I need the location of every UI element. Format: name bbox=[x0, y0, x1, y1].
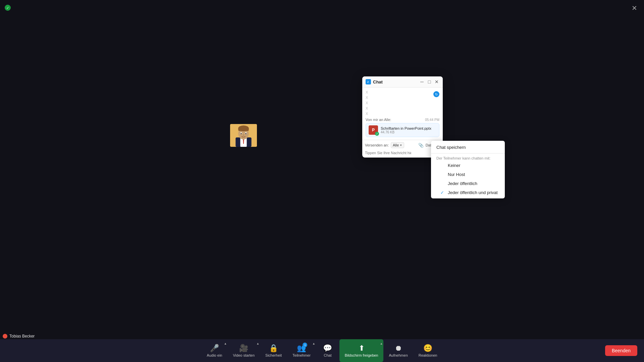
mic-status-icon bbox=[3, 334, 7, 339]
chat-reload-icon[interactable]: ↻ bbox=[433, 91, 439, 97]
chat-send-to-value: Alle bbox=[393, 143, 399, 147]
check-jeder-oeffentlich-privat: ✓ bbox=[440, 190, 445, 195]
option-label-jeder-oeffentlich-privat: Jeder öffentlich und privat bbox=[448, 190, 498, 195]
chat-minimize-button[interactable]: ─ bbox=[419, 79, 425, 84]
svg-text:Z: Z bbox=[367, 81, 369, 83]
chat-window-controls: ─ □ ✕ bbox=[419, 79, 439, 84]
user-label: Tobias Becker bbox=[3, 334, 35, 339]
zoom-chat-icon: Z bbox=[366, 79, 371, 84]
participants-caret[interactable]: ▲ bbox=[312, 342, 315, 345]
svg-point-9 bbox=[240, 133, 242, 134]
toolbar-end-area: Beenden bbox=[605, 339, 637, 362]
close-window-button[interactable]: ✕ bbox=[632, 4, 637, 12]
svg-point-10 bbox=[245, 133, 247, 134]
share-screen-icon: ⬆ bbox=[359, 344, 365, 353]
chat-file-icon[interactable]: 📎 bbox=[418, 143, 424, 148]
chat-send-to-arrow: ▼ bbox=[399, 144, 402, 147]
file-name: Schriftarten in PowerPoint.pptx bbox=[381, 126, 431, 130]
svg-rect-6 bbox=[238, 127, 249, 131]
chat-close-button[interactable]: ✕ bbox=[434, 79, 439, 84]
chat-time: 05:44 PM bbox=[425, 118, 439, 122]
status-icon bbox=[5, 5, 11, 11]
chat-message-input[interactable] bbox=[365, 151, 411, 155]
placeholder-line-3: X bbox=[366, 101, 439, 105]
placeholder-line-1: X bbox=[366, 90, 439, 94]
chat-window: Z Chat ─ □ ✕ X X X X X Von mir an Alle: … bbox=[362, 76, 443, 158]
file-size: 44.76 KB bbox=[381, 130, 431, 134]
toolbar-security[interactable]: 🔒 Sicherheit bbox=[260, 339, 287, 362]
record-icon: ⏺ bbox=[395, 344, 402, 353]
video-background bbox=[0, 0, 644, 362]
chat-maximize-button[interactable]: □ bbox=[427, 79, 432, 84]
svg-point-11 bbox=[243, 134, 244, 136]
audio-icon: 🎤 bbox=[210, 344, 219, 353]
security-icon: 🔒 bbox=[269, 344, 278, 353]
video-icon: 🎥 bbox=[239, 344, 248, 353]
context-save-chat[interactable]: Chat speichern bbox=[431, 142, 505, 153]
context-option-keiner[interactable]: Keiner bbox=[431, 161, 505, 170]
placeholder-line-4: X bbox=[366, 106, 439, 110]
option-label-jeder-oeffentlich: Jeder öffentlich bbox=[448, 181, 477, 186]
end-meeting-button[interactable]: Beenden bbox=[605, 345, 637, 356]
file-attachment[interactable]: P ✓ Schriftarten in PowerPoint.pptx 44.7… bbox=[366, 123, 439, 137]
check-jeder-oeffentlich bbox=[440, 181, 445, 186]
toolbar-video[interactable]: 🎥 Video starten ▲ bbox=[227, 339, 260, 362]
check-nur-host bbox=[440, 172, 445, 177]
toolbar: 🎤 Audio ein ▲ 🎥 Video starten ▲ 🔒 Sicher… bbox=[0, 339, 644, 362]
participants-label: Teilnehmer bbox=[292, 353, 311, 357]
audio-caret[interactable]: ▲ bbox=[224, 342, 227, 345]
chat-footer: Versenden an: Alle ▼ 📎 Datei ... bbox=[362, 140, 443, 158]
context-option-jeder-oeffentlich-privat[interactable]: ✓ Jeder öffentlich und privat bbox=[431, 188, 505, 197]
audio-label: Audio ein bbox=[207, 353, 222, 357]
video-caret[interactable]: ▲ bbox=[256, 342, 259, 345]
chat-context-menu: Chat speichern Der Teilnehmer kann chatt… bbox=[431, 141, 505, 198]
participants-badge: 1 bbox=[303, 343, 307, 347]
chat-body: X X X X X Von mir an Alle: 05:44 PM P ✓ … bbox=[362, 87, 443, 140]
video-label: Video starten bbox=[233, 353, 255, 357]
reactions-icon: 😊 bbox=[423, 344, 432, 353]
toolbar-reactions[interactable]: 😊 Reaktionen bbox=[413, 339, 443, 362]
placeholder-line-5: X bbox=[366, 112, 439, 116]
share-label: Bildschirm freigeben bbox=[345, 353, 378, 357]
user-name: Tobias Becker bbox=[9, 334, 35, 339]
chat-icon: 💬 bbox=[323, 344, 332, 353]
toolbar-audio[interactable]: 🎤 Audio ein ▲ bbox=[202, 339, 228, 362]
share-caret[interactable]: ▲ bbox=[380, 342, 383, 345]
chat-from: Von mir an Alle: bbox=[366, 118, 391, 122]
chat-placeholder-lines: X X X X X bbox=[366, 90, 439, 116]
chat-title: Chat bbox=[373, 79, 383, 84]
chat-send-label: Versenden an: bbox=[365, 143, 389, 147]
toolbar-participants[interactable]: 👥1 Teilnehmer ▲ bbox=[287, 339, 316, 362]
check-keiner bbox=[440, 163, 445, 168]
participants-icon: 👥1 bbox=[297, 344, 306, 353]
option-label-nur-host: Nur Host bbox=[448, 172, 465, 177]
record-label: Aufnehmen bbox=[389, 353, 408, 357]
reactions-label: Reaktionen bbox=[419, 353, 437, 357]
option-label-keiner: Keiner bbox=[448, 163, 461, 168]
chat-label: Chat bbox=[324, 353, 331, 357]
toolbar-chat[interactable]: 💬 Chat bbox=[316, 339, 339, 362]
chat-message-header: Von mir an Alle: 05:44 PM bbox=[366, 118, 439, 122]
chat-title-group: Z Chat bbox=[366, 79, 383, 84]
toolbar-record[interactable]: ⏺ Aufnehmen bbox=[383, 339, 413, 362]
placeholder-line-2: X bbox=[366, 96, 439, 100]
context-option-nur-host[interactable]: Nur Host bbox=[431, 170, 505, 179]
file-info: Schriftarten in PowerPoint.pptx 44.76 KB bbox=[381, 126, 431, 134]
context-option-jeder-oeffentlich[interactable]: Jeder öffentlich bbox=[431, 179, 505, 188]
context-menu-divider bbox=[431, 153, 505, 154]
toolbar-share-screen[interactable]: ⬆ Bildschirm freigeben ▲ bbox=[339, 339, 384, 362]
context-section-label: Der Teilnehmer kann chatten mit: bbox=[431, 154, 505, 161]
file-icon-wrap: P ✓ bbox=[369, 125, 378, 135]
participant-tile bbox=[230, 124, 257, 147]
chat-send-to-selector[interactable]: Alle ▼ bbox=[391, 142, 404, 148]
chat-titlebar: Z Chat ─ □ ✕ bbox=[362, 76, 443, 87]
chat-send-row: Versenden an: Alle ▼ 📎 Datei ... bbox=[365, 142, 440, 148]
file-check-icon: ✓ bbox=[375, 132, 379, 136]
security-label: Sicherheit bbox=[265, 353, 282, 357]
